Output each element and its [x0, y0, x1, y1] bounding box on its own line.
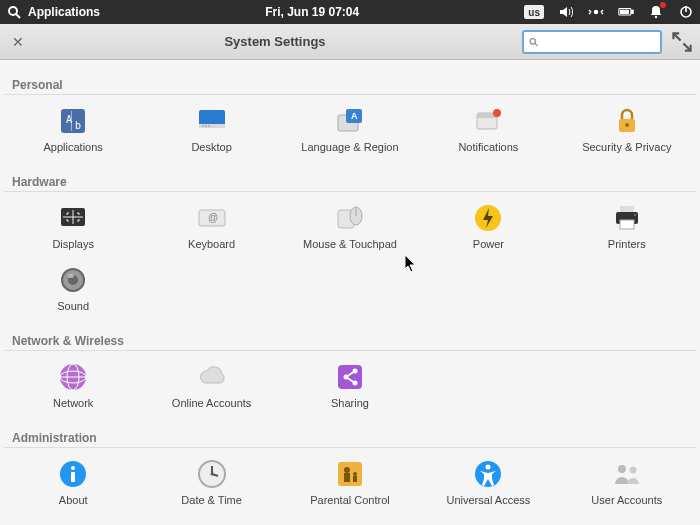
- svg-point-19: [208, 125, 210, 127]
- item-label: Displays: [52, 238, 94, 250]
- item-online-accounts[interactable]: Online Accounts: [142, 357, 280, 413]
- window-title: System Settings: [38, 34, 512, 49]
- clock-icon: [196, 458, 228, 490]
- search-field[interactable]: [522, 30, 662, 54]
- svg-rect-4: [632, 10, 634, 13]
- svg-point-9: [530, 38, 535, 43]
- item-label: Date & Time: [181, 494, 242, 506]
- power-icon[interactable]: [678, 4, 694, 20]
- clock[interactable]: Fri, Jun 19 07:04: [100, 5, 524, 19]
- section-network-title: Network & Wireless: [4, 328, 696, 351]
- top-panel: Applications Fri, Jun 19 07:04 us: [0, 0, 700, 24]
- item-label: About: [59, 494, 88, 506]
- item-printers[interactable]: Printers: [558, 198, 696, 254]
- svg-point-25: [493, 109, 501, 117]
- svg-point-44: [68, 274, 74, 278]
- sound-icon: [57, 264, 89, 296]
- mouse-icon: [334, 202, 366, 234]
- svg-point-6: [655, 16, 657, 18]
- svg-rect-11: [61, 109, 85, 133]
- power-icon: [472, 202, 504, 234]
- item-label: Universal Access: [447, 494, 531, 506]
- maximize-button[interactable]: [672, 32, 692, 52]
- svg-rect-39: [620, 220, 634, 229]
- printer-icon: [611, 202, 643, 234]
- item-sharing[interactable]: Sharing: [281, 357, 419, 413]
- svg-point-68: [486, 465, 491, 470]
- notification-bell-icon[interactable]: [648, 4, 664, 20]
- item-label: Sharing: [331, 397, 369, 409]
- parental-icon: [334, 458, 366, 490]
- svg-point-63: [344, 467, 350, 473]
- keyboard-icon: @: [196, 202, 228, 234]
- item-label: Applications: [44, 141, 103, 153]
- svg-text:@: @: [208, 212, 218, 223]
- applications-menu[interactable]: Applications: [28, 5, 100, 19]
- svg-line-1: [16, 14, 20, 18]
- item-label: Mouse & Touchpad: [303, 238, 397, 250]
- item-parental-control[interactable]: Parental Control: [281, 454, 419, 510]
- item-universal-access[interactable]: Universal Access: [419, 454, 557, 510]
- item-desktop[interactable]: Desktop: [142, 101, 280, 157]
- users-icon: [611, 458, 643, 490]
- svg-point-40: [634, 214, 636, 216]
- svg-point-61: [210, 473, 213, 476]
- item-label: Online Accounts: [172, 397, 252, 409]
- svg-rect-14: [71, 111, 72, 131]
- item-applications[interactable]: Ab Applications: [4, 101, 142, 157]
- section-hardware-title: Hardware: [4, 169, 696, 192]
- section-personal: Ab Applications Desktop A Language & Reg…: [4, 101, 696, 157]
- volume-icon[interactable]: [558, 4, 574, 20]
- battery-icon[interactable]: [618, 4, 634, 20]
- search-icon: [528, 36, 539, 48]
- item-label: Language & Region: [301, 141, 398, 153]
- item-date-time[interactable]: Date & Time: [142, 454, 280, 510]
- item-label: Network: [53, 397, 93, 409]
- svg-rect-64: [344, 473, 350, 482]
- svg-rect-5: [620, 10, 628, 13]
- displays-icon: [57, 202, 89, 234]
- item-mouse-touchpad[interactable]: Mouse & Touchpad: [281, 198, 419, 254]
- info-icon: [57, 458, 89, 490]
- item-keyboard[interactable]: @ Keyboard: [142, 198, 280, 254]
- svg-rect-66: [353, 476, 357, 482]
- section-admin: About Date & Time Parental Control Unive…: [4, 454, 696, 510]
- svg-point-56: [71, 466, 75, 470]
- svg-point-0: [9, 7, 17, 15]
- keyboard-layout-indicator[interactable]: us: [524, 5, 544, 19]
- close-button[interactable]: ✕: [8, 32, 28, 52]
- item-network[interactable]: Network: [4, 357, 142, 413]
- item-notifications[interactable]: Notifications: [419, 101, 557, 157]
- item-security-privacy[interactable]: Security & Privacy: [558, 101, 696, 157]
- item-displays[interactable]: Displays: [4, 198, 142, 254]
- svg-point-2: [595, 11, 598, 14]
- section-personal-title: Personal: [4, 72, 696, 95]
- item-label: Security & Privacy: [582, 141, 671, 153]
- item-language-region[interactable]: A Language & Region: [281, 101, 419, 157]
- item-label: Desktop: [191, 141, 231, 153]
- svg-rect-57: [71, 472, 75, 482]
- item-label: Power: [473, 238, 504, 250]
- svg-line-10: [535, 43, 538, 46]
- search-input[interactable]: [539, 35, 656, 49]
- section-network: Network Online Accounts Sharing: [4, 357, 696, 413]
- svg-point-18: [205, 125, 207, 127]
- accessibility-icon: [472, 458, 504, 490]
- desktop-icon: [196, 105, 228, 137]
- item-label: Notifications: [458, 141, 518, 153]
- svg-text:b: b: [75, 120, 81, 131]
- svg-point-70: [629, 467, 636, 474]
- language-icon: A: [334, 105, 366, 137]
- item-user-accounts[interactable]: User Accounts: [558, 454, 696, 510]
- search-icon[interactable]: [6, 4, 22, 20]
- item-about[interactable]: About: [4, 454, 142, 510]
- lock-icon: [611, 105, 643, 137]
- item-label: Keyboard: [188, 238, 235, 250]
- item-sound[interactable]: Sound: [4, 260, 142, 316]
- svg-point-27: [625, 123, 629, 127]
- item-label: User Accounts: [591, 494, 662, 506]
- network-icon[interactable]: [588, 4, 604, 20]
- item-power[interactable]: Power: [419, 198, 557, 254]
- cloud-icon: [196, 361, 228, 393]
- settings-content: Personal Ab Applications Desktop A Langu…: [0, 60, 700, 525]
